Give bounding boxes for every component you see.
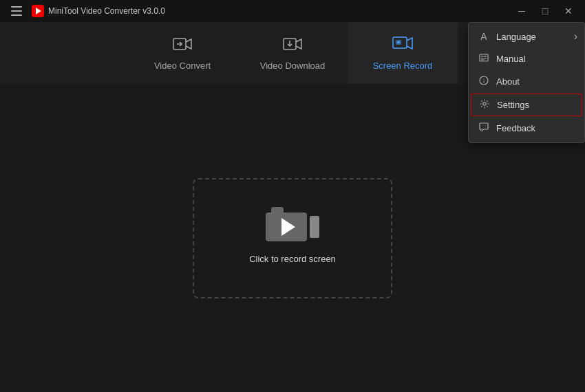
minimize-button[interactable]: ─ [511, 0, 533, 22]
dropdown-item-about[interactable]: i About [469, 70, 584, 93]
settings-label: Settings [497, 100, 529, 110]
svg-rect-0 [11, 6, 22, 8]
manual-icon [478, 53, 489, 65]
tab-video-download[interactable]: Video Download [237, 22, 348, 84]
manual-label: Manual [496, 54, 526, 64]
dropdown-item-language[interactable]: A Language [469, 25, 584, 47]
svg-rect-2 [11, 14, 22, 16]
menu-button[interactable] [6, 0, 28, 22]
svg-text:i: i [483, 78, 485, 85]
video-convert-icon [173, 36, 192, 55]
window-controls: ─ □ ✕ [511, 0, 579, 22]
app-logo [32, 5, 44, 17]
feedback-label: Feedback [496, 123, 535, 133]
camera-body-wrapper [266, 213, 307, 241]
app-title: MiniTool Video Converter v3.0.0 [48, 6, 165, 16]
record-area[interactable]: Click to record screen [193, 178, 392, 298]
maximize-button[interactable]: □ [534, 0, 556, 22]
language-icon: A [478, 31, 489, 42]
camera-icon-group [266, 213, 319, 241]
about-icon: i [478, 76, 489, 87]
about-label: About [496, 76, 520, 87]
dropdown-item-feedback[interactable]: Feedback [469, 117, 584, 140]
settings-icon [479, 99, 490, 111]
tab-screen-record[interactable]: Screen Record [348, 22, 458, 84]
tab-video-download-label: Video Download [260, 61, 325, 71]
svg-rect-1 [11, 10, 22, 12]
camera-lens [281, 218, 295, 236]
tab-video-convert[interactable]: Video Convert [127, 22, 237, 84]
svg-point-19 [397, 41, 400, 43]
dropdown-item-settings[interactable]: Settings [471, 94, 582, 116]
dropdown-menu: A Language Manual i About [468, 22, 585, 143]
camera-notch [271, 207, 284, 213]
screen-record-icon [392, 36, 413, 55]
title-bar: MiniTool Video Converter v3.0.0 ─ □ ✕ [0, 0, 585, 22]
camera-body [266, 213, 307, 241]
tab-screen-record-label: Screen Record [373, 61, 433, 71]
title-bar-left: MiniTool Video Converter v3.0.0 [6, 0, 165, 22]
dropdown-item-manual[interactable]: Manual [469, 47, 584, 70]
svg-rect-12 [480, 123, 488, 129]
record-cta-text: Click to record screen [249, 254, 336, 264]
language-label: Language [496, 32, 536, 42]
video-download-icon [283, 36, 302, 55]
svg-point-11 [483, 102, 486, 105]
feedback-icon [478, 122, 489, 134]
tab-video-convert-label: Video Convert [154, 61, 211, 71]
close-button[interactable]: ✕ [557, 0, 579, 22]
camera-side-rect [310, 216, 319, 238]
